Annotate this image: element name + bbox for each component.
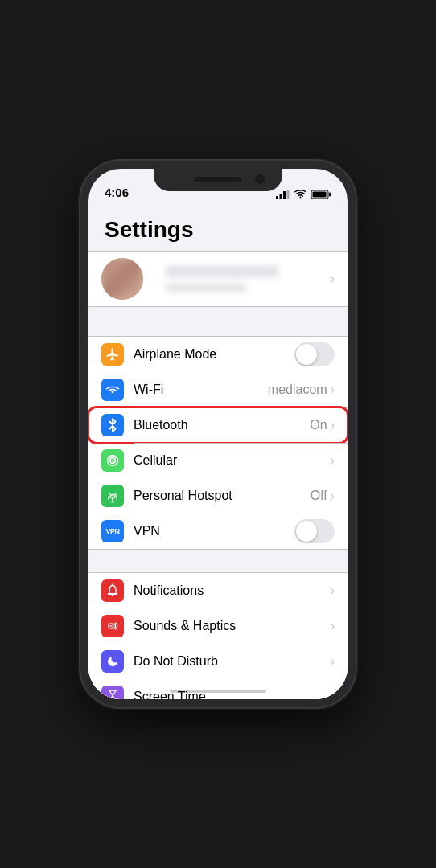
svg-rect-2 [283, 191, 286, 199]
moon-icon [106, 655, 119, 668]
dnd-label: Do Not Disturb [134, 654, 331, 669]
hotspot-icon [105, 489, 120, 503]
svg-point-9 [112, 460, 113, 461]
notifications-group: Notifications › So [88, 572, 348, 699]
status-time: 4:06 [105, 186, 129, 199]
speaker [194, 177, 242, 182]
airplane-mode-label: Airplane Mode [134, 347, 294, 362]
vpn-icon-bg: VPN [101, 520, 124, 542]
page-title: Settings [88, 204, 348, 251]
notifications-icon-bg [101, 579, 124, 602]
home-indicator [170, 690, 266, 693]
vpn-row[interactable]: VPN VPN [88, 514, 348, 549]
camera [255, 174, 265, 184]
status-icons [276, 190, 331, 199]
cellular-label: Cellular [134, 453, 331, 468]
notch [154, 169, 282, 191]
profile-chevron: › [331, 272, 335, 285]
svg-rect-6 [313, 192, 327, 198]
bluetooth-icon [108, 418, 117, 432]
profile-row[interactable]: › [88, 251, 348, 307]
personal-hotspot-value: Off [311, 489, 327, 503]
wifi-chevron: › [331, 383, 335, 396]
sounds-icon [106, 620, 119, 633]
sounds-label: Sounds & Haptics [134, 619, 331, 633]
wifi-row[interactable]: Wi-Fi mediacom › [88, 372, 348, 407]
notifications-label: Notifications [134, 583, 331, 598]
connectivity-group: Airplane Mode [88, 336, 348, 550]
sounds-icon-bg [101, 615, 124, 637]
dnd-chevron: › [331, 655, 335, 668]
sounds-row[interactable]: Sounds & Haptics › [88, 608, 348, 644]
bluetooth-value: On [310, 418, 327, 432]
bluetooth-icon-bg [101, 414, 124, 436]
bluetooth-chevron: › [331, 419, 335, 432]
signal-icon [276, 190, 290, 199]
wifi-icon [105, 384, 120, 396]
phone-screen: 4:06 [88, 169, 348, 699]
wifi-icon-bg [101, 379, 124, 401]
notifications-chevron: › [331, 584, 335, 597]
cellular-row[interactable]: Cellular › [88, 443, 348, 478]
battery-icon [311, 190, 331, 199]
bluetooth-label: Bluetooth [134, 418, 310, 432]
notifications-icon [106, 583, 119, 598]
notifications-group-inner: Notifications › So [88, 572, 348, 699]
vpn-text: VPN [105, 527, 119, 535]
svg-rect-5 [329, 193, 331, 197]
hourglass-icon [107, 690, 118, 699]
airplane-mode-icon-bg [101, 343, 124, 366]
svg-rect-3 [287, 190, 290, 199]
svg-rect-0 [276, 196, 278, 199]
sounds-chevron: › [331, 620, 335, 633]
screen-content: Settings › [88, 204, 348, 699]
airplane-mode-row[interactable]: Airplane Mode [88, 337, 348, 372]
connectivity-group-inner: Airplane Mode [88, 336, 348, 550]
cellular-chevron: › [331, 454, 335, 467]
svg-point-17 [110, 625, 112, 627]
personal-hotspot-row[interactable]: Personal Hotspot Off › [88, 478, 348, 514]
phone-frame: 4:06 [80, 161, 356, 707]
dnd-icon-bg [101, 650, 124, 673]
vpn-label: VPN [134, 524, 294, 538]
hotspot-icon-bg [101, 485, 124, 507]
wifi-label: Wi-Fi [134, 383, 268, 397]
dnd-row[interactable]: Do Not Disturb › [88, 644, 348, 679]
airplane-icon [105, 347, 120, 362]
wifi-value: mediacom [268, 383, 327, 397]
svg-rect-1 [280, 194, 282, 199]
screen-time-chevron: › [331, 690, 335, 699]
cellular-icon [106, 454, 119, 467]
personal-hotspot-chevron: › [331, 489, 335, 502]
cellular-icon-bg [101, 449, 124, 472]
avatar [101, 258, 143, 300]
svg-rect-15 [112, 583, 113, 585]
bluetooth-row[interactable]: Bluetooth On › [88, 407, 348, 443]
personal-hotspot-label: Personal Hotspot [134, 489, 311, 503]
notifications-row[interactable]: Notifications › [88, 573, 348, 608]
airplane-mode-toggle[interactable] [294, 342, 335, 366]
vpn-toggle[interactable] [294, 519, 335, 543]
wifi-status-icon [294, 190, 306, 199]
screen-time-icon-bg [101, 686, 124, 699]
